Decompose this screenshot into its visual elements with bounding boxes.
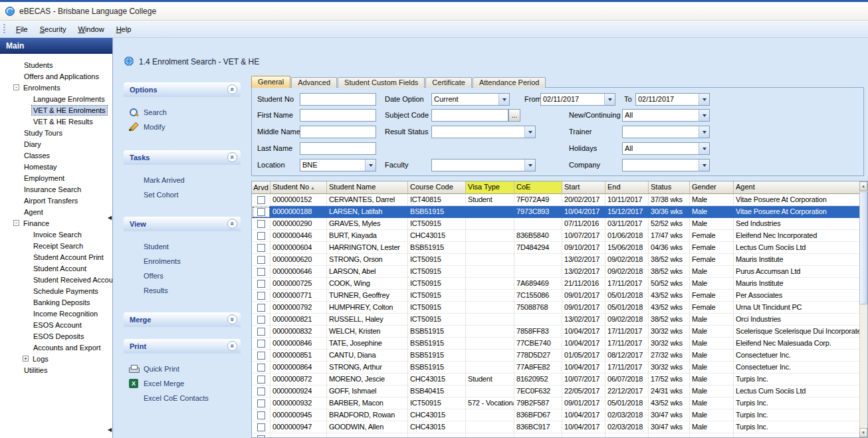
tab[interactable]: Advanced bbox=[291, 77, 337, 88]
chevron-down-icon[interactable] bbox=[524, 126, 535, 138]
arrived-checkbox[interactable] bbox=[257, 352, 265, 360]
tree-expander-icon[interactable]: - bbox=[13, 84, 19, 90]
table-row[interactable]: 0000000924 GOFF, Ishmael BSB40415 7EC0F6… bbox=[252, 385, 861, 397]
arrived-checkbox[interactable] bbox=[257, 340, 265, 348]
chevron-down-icon[interactable] bbox=[699, 94, 709, 105]
tree-item[interactable]: Accounts and Export bbox=[0, 342, 112, 353]
arrived-checkbox[interactable] bbox=[257, 411, 265, 419]
table-row[interactable]: 0000000947 GOODWIN, Allen CHC43015 836BC… bbox=[252, 421, 861, 433]
arrived-checkbox[interactable] bbox=[257, 316, 265, 324]
menu-item[interactable]: Help bbox=[110, 23, 138, 36]
tree-item[interactable]: Student Account Print bbox=[0, 251, 112, 263]
expand-chevron-icon[interactable] bbox=[227, 314, 237, 324]
new-continuing-select[interactable]: All bbox=[622, 109, 710, 122]
arrived-checkbox[interactable] bbox=[257, 280, 265, 288]
tree-item[interactable]: Banking Deposits bbox=[0, 296, 112, 308]
panel-action[interactable]: Quick Print bbox=[124, 362, 241, 376]
to-date-select[interactable]: 02/11/2017 bbox=[635, 93, 710, 106]
location-select[interactable]: BNE bbox=[300, 159, 376, 171]
panel-action[interactable]: Offers bbox=[124, 269, 241, 283]
student-no-input[interactable] bbox=[300, 93, 376, 106]
tree-item[interactable]: Offers and Applications bbox=[0, 70, 112, 82]
tree-item[interactable]: Utilities bbox=[0, 364, 112, 376]
last-name-input[interactable] bbox=[300, 142, 376, 155]
tree-item[interactable]: Diary bbox=[0, 138, 112, 150]
table-row[interactable]: 0000000646 LARSON, Abel ICT50915 13/02/2… bbox=[252, 266, 861, 278]
arrived-checkbox[interactable] bbox=[257, 244, 265, 252]
tree-item[interactable]: Employment bbox=[0, 172, 112, 183]
tree-item[interactable]: Study Tours bbox=[0, 127, 112, 138]
table-row[interactable]: 0000000188 LARSEN, Latifah BSB51915 7973… bbox=[252, 206, 861, 218]
tree-item[interactable]: Income Recognition bbox=[0, 308, 112, 319]
chevron-down-icon[interactable] bbox=[498, 94, 509, 105]
trainer-select[interactable] bbox=[622, 126, 710, 138]
scrollbar-thumb[interactable] bbox=[859, 191, 867, 304]
collapse-chevron-icon[interactable] bbox=[227, 84, 237, 94]
from-date-select[interactable]: 02/11/2017 bbox=[540, 93, 615, 106]
date-option-select[interactable]: Current bbox=[431, 93, 510, 106]
panel-action[interactable]: Excel Merge bbox=[124, 376, 241, 391]
tab[interactable]: General bbox=[251, 76, 290, 88]
tree-item[interactable]: VET & HE Results bbox=[0, 116, 112, 127]
chevron-down-icon[interactable] bbox=[699, 126, 709, 138]
arrived-checkbox[interactable] bbox=[257, 435, 265, 438]
splitter-arrow-icon[interactable]: ◀ bbox=[108, 427, 112, 433]
column-header[interactable]: Visa Type▲ bbox=[466, 181, 514, 194]
subject-code-input[interactable] bbox=[431, 109, 508, 122]
tree-item[interactable]: Insurance Search bbox=[0, 183, 112, 195]
arrived-checkbox[interactable] bbox=[257, 268, 265, 276]
tree-item[interactable]: Airport Transfers bbox=[0, 195, 112, 206]
chevron-down-icon[interactable] bbox=[365, 160, 376, 171]
tree-item[interactable]: Receipt Search bbox=[0, 240, 112, 251]
tree-item[interactable]: Classes bbox=[0, 150, 112, 161]
first-name-input[interactable] bbox=[300, 109, 376, 122]
tree-expander-icon[interactable]: + bbox=[23, 356, 29, 362]
tree-item[interactable]: Homestay bbox=[0, 161, 112, 172]
arrived-checkbox[interactable] bbox=[257, 292, 265, 300]
column-header[interactable]: Arvd▲ bbox=[252, 181, 271, 194]
arrived-checkbox[interactable] bbox=[257, 304, 265, 312]
tree-item[interactable]: - Enrolments bbox=[0, 82, 112, 93]
tree-item[interactable]: Schedule Payments bbox=[0, 285, 112, 296]
collapse-chevron-icon[interactable] bbox=[227, 152, 237, 162]
panel-action[interactable]: Set Cohort bbox=[124, 187, 241, 202]
table-row[interactable]: 0000000851 CANTU, Diana BSB51915 778D5D2… bbox=[252, 350, 861, 362]
tasks-group-header[interactable]: Tasks bbox=[124, 150, 241, 165]
scroll-up-button[interactable]: ▲ bbox=[859, 181, 867, 191]
chevron-down-icon[interactable] bbox=[524, 160, 535, 171]
scroll-down-button[interactable]: ▼ bbox=[859, 428, 867, 437]
view-group-header[interactable]: View bbox=[124, 217, 241, 231]
table-row[interactable]: 0000000945 BRADFORD, Rowan CHC43015 836B… bbox=[252, 409, 861, 421]
arrived-checkbox[interactable] bbox=[257, 208, 265, 216]
toolbar-grip-icon[interactable] bbox=[3, 24, 5, 35]
tree-item[interactable]: Student Account bbox=[0, 263, 112, 274]
panel-action[interactable]: Enrolments bbox=[124, 254, 241, 269]
table-row[interactable]: 0000000864 STRONG, Arthur BSB51915 77A8F… bbox=[252, 362, 861, 374]
options-group-header[interactable]: Options bbox=[124, 82, 241, 97]
middle-name-input[interactable] bbox=[300, 126, 376, 138]
arrived-checkbox[interactable] bbox=[257, 387, 265, 395]
merge-group-header[interactable]: Merge bbox=[124, 312, 241, 327]
table-row[interactable]: 0000000832 WELCH, Kristen BSB51915 7858F… bbox=[252, 326, 861, 338]
tree-item[interactable]: - Finance bbox=[0, 217, 112, 229]
panel-action[interactable]: Excel CoE Contacts bbox=[124, 391, 241, 405]
table-row[interactable]: 0000000604 HARRINGTON, Lester BSB51915 7… bbox=[252, 242, 861, 254]
panel-action[interactable]: Mark Arrived bbox=[124, 173, 241, 187]
column-header[interactable]: CoE▲ bbox=[514, 181, 562, 194]
tree-item[interactable]: Invoice Search bbox=[0, 229, 112, 240]
table-row[interactable]: 0000000446 BURT, Kiayada CHC43015 836B58… bbox=[252, 230, 861, 242]
chevron-down-icon[interactable] bbox=[699, 160, 709, 171]
result-status-select[interactable] bbox=[431, 126, 536, 138]
table-row[interactable]: 0000000725 COOK, Wing ICT50915 7A689469 … bbox=[252, 278, 861, 290]
tree-item[interactable]: Students bbox=[0, 59, 112, 70]
collapse-chevron-icon[interactable] bbox=[227, 341, 237, 351]
arrived-checkbox[interactable] bbox=[257, 256, 265, 264]
column-header[interactable]: Status▲ bbox=[649, 181, 690, 194]
arrived-checkbox[interactable] bbox=[257, 232, 265, 240]
subject-code-browse-button[interactable]: ... bbox=[508, 109, 520, 122]
tree-item[interactable]: ESOS Deposits bbox=[0, 330, 112, 342]
arrived-checkbox[interactable] bbox=[257, 376, 265, 383]
tree-item[interactable]: Agent bbox=[0, 206, 112, 217]
panel-action[interactable]: Search bbox=[124, 105, 241, 120]
tree-item[interactable]: + Logs bbox=[0, 353, 112, 364]
